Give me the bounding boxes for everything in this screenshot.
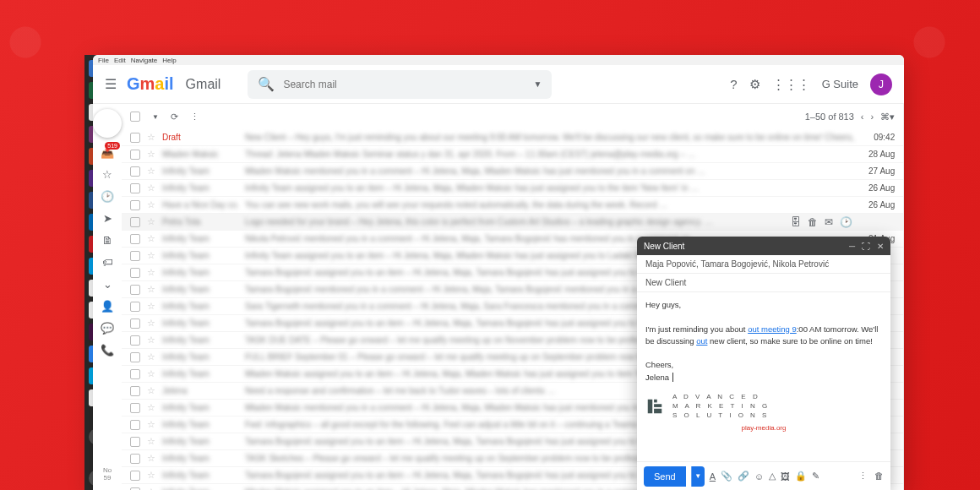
prev-page-icon[interactable]: ‹ bbox=[861, 112, 864, 122]
call-icon[interactable]: 📞 bbox=[100, 342, 115, 357]
menu-file[interactable]: File bbox=[98, 57, 109, 64]
row-checkbox[interactable] bbox=[130, 251, 140, 261]
row-checkbox[interactable] bbox=[130, 285, 140, 295]
star-icon[interactable]: ☆ bbox=[147, 267, 155, 278]
row-checkbox[interactable] bbox=[130, 403, 140, 413]
star-icon[interactable]: ☆ bbox=[147, 318, 155, 329]
input-tools-icon[interactable]: ⌘▾ bbox=[880, 112, 895, 122]
row-checkbox[interactable] bbox=[130, 487, 140, 491]
compose-body[interactable]: Hey guys, I'm just reminding you about o… bbox=[637, 292, 890, 461]
emoji-icon[interactable]: ☺ bbox=[754, 471, 764, 482]
send-button[interactable]: Send bbox=[644, 466, 686, 487]
star-icon[interactable]: ☆ bbox=[147, 182, 155, 193]
confidential-icon[interactable]: 🔒 bbox=[795, 471, 807, 482]
star-icon[interactable]: ☆ bbox=[147, 250, 155, 261]
star-icon[interactable]: ☆ bbox=[147, 132, 155, 143]
star-icon[interactable]: ☆ bbox=[147, 385, 155, 396]
row-checkbox[interactable] bbox=[130, 200, 140, 210]
pen-icon[interactable]: ✎ bbox=[812, 471, 819, 482]
row-checkbox[interactable] bbox=[130, 437, 140, 447]
menu-navigate[interactable]: Navigate bbox=[131, 57, 158, 64]
search-options-icon[interactable]: ▼ bbox=[533, 79, 542, 89]
more-actions-icon[interactable]: ⋮ bbox=[190, 112, 199, 122]
label-icon[interactable]: 🏷 bbox=[100, 254, 115, 270]
row-checkbox[interactable] bbox=[130, 150, 140, 160]
format-icon[interactable]: A bbox=[710, 471, 716, 482]
row-checkbox[interactable] bbox=[130, 369, 140, 379]
email-row[interactable]: ☆ Mladen Maksic Thread: Jelena Mladen Ma… bbox=[122, 146, 903, 163]
star-icon[interactable]: ☆ bbox=[147, 368, 155, 379]
row-checkbox[interactable] bbox=[130, 352, 140, 362]
search-input[interactable] bbox=[283, 79, 525, 90]
row-checkbox[interactable] bbox=[130, 217, 140, 227]
star-icon[interactable]: ☆ bbox=[147, 436, 155, 447]
support-icon[interactable]: ? bbox=[730, 77, 737, 91]
archive-icon[interactable]: 🗄 bbox=[791, 216, 801, 228]
image-icon[interactable]: 🖼 bbox=[781, 471, 790, 482]
row-checkbox[interactable] bbox=[130, 268, 140, 278]
star-icon[interactable]: ☆ bbox=[147, 149, 155, 160]
email-row[interactable]: ☆ Draft New Client – Hey guys, I'm just … bbox=[122, 129, 903, 146]
expand-icon[interactable]: ⛶ bbox=[862, 242, 870, 251]
row-checkbox[interactable] bbox=[130, 234, 140, 244]
attach-icon[interactable]: 📎 bbox=[721, 471, 732, 482]
row-checkbox[interactable] bbox=[130, 454, 140, 464]
gmail-logo[interactable]: Gmail bbox=[127, 74, 174, 94]
star-icon[interactable]: ☆ bbox=[147, 402, 155, 413]
delete-icon[interactable]: 🗑 bbox=[808, 216, 818, 228]
inbox-icon[interactable]: 📥519 bbox=[100, 144, 115, 160]
more-options-icon[interactable]: ⋮ bbox=[858, 471, 868, 482]
row-checkbox[interactable] bbox=[130, 133, 140, 143]
row-checkbox[interactable] bbox=[130, 386, 140, 396]
menu-edit[interactable]: Edit bbox=[114, 57, 126, 64]
row-checkbox[interactable] bbox=[130, 420, 140, 430]
row-checkbox[interactable] bbox=[130, 166, 140, 177]
compose-button[interactable] bbox=[93, 109, 122, 138]
minimize-icon[interactable]: ─ bbox=[849, 242, 855, 251]
row-checkbox[interactable] bbox=[130, 183, 140, 193]
row-checkbox[interactable] bbox=[130, 302, 140, 312]
star-icon[interactable]: ☆ bbox=[147, 487, 155, 490]
row-checkbox[interactable] bbox=[130, 471, 140, 481]
next-page-icon[interactable]: › bbox=[871, 112, 874, 122]
email-row[interactable]: ☆ Petra Tota Logo needed for your brand … bbox=[122, 214, 903, 231]
settings-icon[interactable]: ⚙ bbox=[749, 77, 760, 92]
drafts-icon[interactable]: 🗎 bbox=[100, 232, 115, 248]
star-icon[interactable]: ☆ bbox=[147, 351, 155, 362]
mark-read-icon[interactable]: ✉ bbox=[825, 216, 833, 228]
account-avatar[interactable]: J bbox=[870, 74, 892, 95]
search-box[interactable]: 🔍 ▼ bbox=[248, 70, 552, 99]
subject-field[interactable]: New Client bbox=[637, 274, 890, 292]
select-all-checkbox[interactable] bbox=[130, 112, 140, 122]
menu-icon[interactable]: ☰ bbox=[105, 76, 117, 92]
to-field[interactable]: Maja Popović, Tamara Bogojević, Nikola P… bbox=[637, 255, 890, 274]
discard-icon[interactable]: 🗑 bbox=[874, 471, 884, 482]
close-icon[interactable]: ✕ bbox=[877, 242, 884, 251]
refresh-icon[interactable]: ⟳ bbox=[171, 112, 178, 122]
email-row[interactable]: ☆ Infinity Team Mladen Maksic mentioned … bbox=[122, 163, 903, 180]
select-caret-icon[interactable]: ▼ bbox=[152, 113, 159, 121]
email-row[interactable]: ☆ Have a Nice Day co. You can see new wo… bbox=[122, 197, 903, 214]
star-icon[interactable]: ☆ bbox=[147, 335, 155, 346]
star-icon[interactable]: ☆ bbox=[147, 301, 155, 312]
compose-header[interactable]: New Client ─ ⛶ ✕ bbox=[637, 237, 890, 255]
star-icon[interactable]: ☆ bbox=[147, 453, 155, 464]
link-icon[interactable]: 🔗 bbox=[738, 471, 749, 482]
star-icon[interactable]: ☆ bbox=[147, 216, 155, 227]
snoozed-icon[interactable]: 🕑 bbox=[100, 188, 115, 204]
star-icon[interactable]: ☆ bbox=[147, 470, 155, 481]
signature-link[interactable]: play-media.org bbox=[645, 423, 882, 433]
drive-icon[interactable]: △ bbox=[769, 471, 776, 482]
star-icon[interactable]: ☆ bbox=[147, 284, 155, 295]
menu-help[interactable]: Help bbox=[162, 57, 176, 64]
star-icon[interactable]: ☆ bbox=[147, 233, 155, 244]
star-icon[interactable]: ☆ bbox=[147, 199, 155, 210]
sent-icon[interactable]: ➤ bbox=[100, 210, 115, 226]
email-row[interactable]: ☆ Infinity Team Infinity Team assigned y… bbox=[122, 180, 903, 197]
send-options-icon[interactable]: ▼ bbox=[691, 466, 705, 487]
row-checkbox[interactable] bbox=[130, 335, 140, 346]
star-icon[interactable]: ☆ bbox=[147, 166, 155, 177]
more-icon[interactable]: ⌄ bbox=[100, 276, 115, 291]
row-checkbox[interactable] bbox=[130, 318, 140, 329]
apps-icon[interactable]: ⋮⋮⋮ bbox=[772, 77, 810, 92]
